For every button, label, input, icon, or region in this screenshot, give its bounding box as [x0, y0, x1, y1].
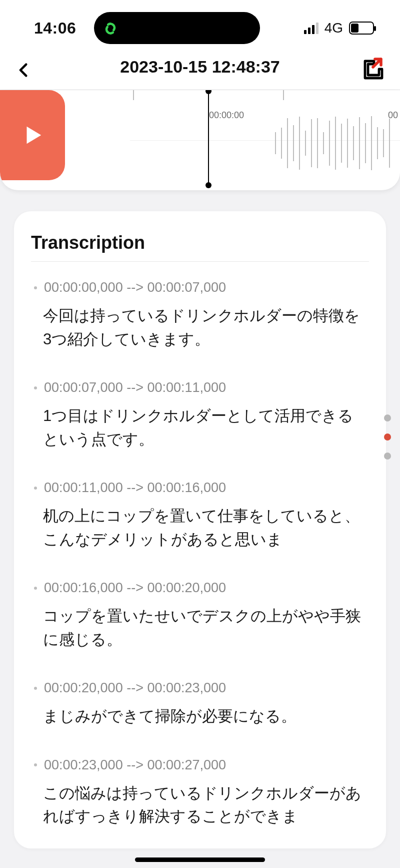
playhead-handle-bottom[interactable]	[206, 182, 212, 188]
transcript-segment[interactable]: 00:00:23,000 --> 00:00:27,000 この悩みは持っている…	[14, 757, 386, 828]
playhead-time: 00:00:00	[209, 110, 244, 121]
segment-text: 1つ目はドリンクホルダーとして活用できるという点です。	[34, 404, 366, 451]
divider	[31, 261, 369, 262]
playhead[interactable]	[208, 90, 209, 185]
bullet-icon	[34, 687, 37, 690]
audio-player: 00:00:00 00	[0, 90, 400, 190]
segment-timestamp: 00:00:20,000 --> 00:00:23,000	[44, 680, 226, 696]
play-button[interactable]	[0, 90, 65, 180]
segment-timestamp: 00:00:11,000 --> 00:00:16,000	[44, 480, 226, 496]
segment-timestamp: 00:00:16,000 --> 00:00:20,000	[44, 580, 226, 596]
link-icon	[101, 19, 120, 38]
bullet-icon	[34, 286, 37, 289]
svg-marker-0	[27, 127, 42, 144]
transcript-segment[interactable]: 00:00:00,000 --> 00:00:07,000 今回は持っているドリ…	[14, 280, 386, 380]
transcript-segment[interactable]: 00:00:11,000 --> 00:00:16,000 机の上にコップを置い…	[14, 480, 386, 580]
segment-timestamp: 00:00:00,000 --> 00:00:07,000	[44, 280, 226, 295]
bullet-icon	[34, 587, 37, 590]
cellular-signal-icon	[304, 23, 318, 34]
waveform-bars	[275, 115, 395, 171]
transcription-heading: Transcription	[14, 232, 386, 261]
waveform-track[interactable]: 00:00:00 00	[65, 90, 400, 180]
transcript-segment[interactable]: 00:00:20,000 --> 00:00:23,000 まじみができて掃除が…	[14, 680, 386, 757]
bullet-icon	[34, 386, 37, 389]
status-right: 4G	[304, 20, 374, 36]
page-dot[interactable]	[384, 453, 391, 460]
transcript-segment[interactable]: 00:00:07,000 --> 00:00:11,000 1つ目はドリンクホル…	[14, 380, 386, 480]
segment-timestamp: 00:00:23,000 --> 00:00:27,000	[44, 757, 226, 773]
status-time: 14:06	[34, 19, 76, 38]
page-title: 2023-10-15 12:48:37	[0, 57, 400, 77]
segment-text: この悩みは持っているドリンクホルダーがあればすっきり解決することができま	[34, 782, 366, 828]
segment-text: 今回は持っているドリンクホルダーの特徴を3つ紹介していきます。	[34, 304, 366, 351]
transcription-card: Transcription 00:00:00,000 --> 00:00:07,…	[14, 211, 386, 848]
segment-timestamp: 00:00:07,000 --> 00:00:11,000	[44, 380, 226, 395]
page-dot-active[interactable]	[384, 433, 391, 441]
dynamic-island[interactable]	[94, 12, 260, 44]
status-bar: 14:06 4G	[0, 0, 400, 50]
segment-text: まじみができて掃除が必要になる。	[34, 705, 366, 728]
page-indicator[interactable]	[384, 414, 391, 460]
transcript-segment[interactable]: 00:00:16,000 --> 00:00:20,000 コップを置いたせいで…	[14, 580, 386, 680]
bullet-icon	[34, 487, 37, 490]
share-button[interactable]	[360, 56, 386, 82]
home-indicator[interactable]	[135, 857, 265, 862]
segment-text: 机の上にコップを置いて仕事をしていると、こんなデメリットがあると思いま	[34, 505, 366, 551]
battery-icon	[349, 22, 374, 35]
bullet-icon	[34, 763, 37, 766]
app-header: 2023-10-15 12:48:37	[0, 50, 400, 90]
segment-text: コップを置いたせいでデスクの上がやや手狭に感じる。	[34, 605, 366, 651]
page-dot[interactable]	[384, 414, 391, 421]
network-type: 4G	[324, 20, 343, 36]
